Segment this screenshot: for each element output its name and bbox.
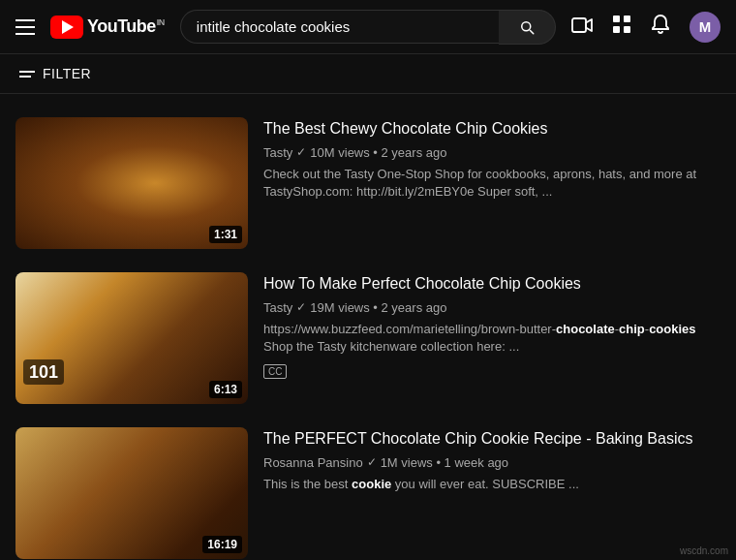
- header-left: YouTubeIN: [15, 16, 165, 39]
- result-description: https://www.buzzfeed.com/marietelling/br…: [263, 321, 721, 356]
- channel-line: Tasty✓10M views • 2 years ago: [263, 145, 721, 160]
- filter-bar: FILTER: [0, 54, 736, 94]
- result-description: This is the best cookie you will ever ea…: [263, 476, 721, 493]
- result-item[interactable]: 1016:13How To Make Perfect Chocolate Chi…: [15, 261, 721, 416]
- youtube-logo[interactable]: YouTubeIN: [50, 16, 165, 39]
- verified-check-icon: ✓: [296, 300, 306, 314]
- svg-rect-3: [613, 26, 620, 33]
- search-input[interactable]: [180, 10, 499, 44]
- grid-icon[interactable]: [612, 15, 631, 39]
- filter-icon: [19, 71, 35, 78]
- thumbnail-wrap[interactable]: 1016:13: [15, 272, 248, 404]
- yt-country-badge: IN: [157, 17, 165, 27]
- view-count: 1M views • 1 week ago: [381, 455, 508, 470]
- channel-name[interactable]: Tasty: [263, 145, 292, 160]
- yt-wordmark: YouTubeIN: [87, 16, 165, 37]
- thumbnail-wrap[interactable]: 16:19: [15, 427, 248, 559]
- yt-icon: [50, 16, 83, 39]
- video-camera-icon[interactable]: [571, 16, 593, 38]
- watermark: wscdn.com: [680, 545, 728, 556]
- cc-badge: CC: [263, 364, 287, 379]
- overlay-number: 101: [29, 363, 58, 381]
- channel-name[interactable]: Tasty: [263, 300, 292, 315]
- svg-rect-1: [613, 16, 620, 22]
- header-right: M: [571, 12, 721, 43]
- duration-badge: 6:13: [209, 381, 242, 398]
- thumbnail-wrap[interactable]: 1:31: [15, 117, 248, 249]
- svg-rect-2: [624, 16, 630, 22]
- channel-line: Rosanna Pansino✓1M views • 1 week ago: [263, 455, 721, 470]
- duration-badge: 1:31: [209, 226, 242, 243]
- svg-rect-0: [572, 18, 586, 32]
- duration-badge: 16:19: [202, 536, 242, 553]
- view-count: 10M views • 2 years ago: [310, 145, 446, 160]
- results-list: 1:31The Best Chewy Chocolate Chip Cookie…: [0, 94, 736, 560]
- result-info: The Best Chewy Chocolate Chip CookiesTas…: [263, 117, 721, 249]
- filter-lines-icon: [19, 71, 35, 78]
- result-title[interactable]: How To Make Perfect Chocolate Chip Cooki…: [263, 274, 721, 295]
- avatar[interactable]: M: [690, 12, 721, 43]
- hamburger-menu-button[interactable]: [15, 19, 35, 35]
- result-item[interactable]: 1:31The Best Chewy Chocolate Chip Cookie…: [15, 106, 721, 261]
- result-title[interactable]: The PERFECT Chocolate Chip Cookie Recipe…: [263, 429, 721, 450]
- verified-check-icon: ✓: [296, 145, 306, 159]
- view-count: 19M views • 2 years ago: [310, 300, 446, 315]
- result-title[interactable]: The Best Chewy Chocolate Chip Cookies: [263, 119, 721, 140]
- svg-rect-4: [624, 26, 630, 33]
- search-icon: [518, 18, 536, 36]
- header: YouTubeIN: [0, 0, 736, 54]
- yt-play-triangle: [62, 20, 74, 34]
- channel-name[interactable]: Rosanna Pansino: [263, 455, 363, 470]
- overlay-badge: 101: [23, 359, 64, 385]
- notification-bell-icon[interactable]: [651, 14, 670, 40]
- result-item[interactable]: 16:19The PERFECT Chocolate Chip Cookie R…: [15, 416, 721, 560]
- channel-line: Tasty✓19M views • 2 years ago: [263, 300, 721, 315]
- verified-check-icon: ✓: [367, 455, 377, 469]
- search-bar: [180, 10, 556, 45]
- result-info: How To Make Perfect Chocolate Chip Cooki…: [263, 272, 721, 404]
- result-info: The PERFECT Chocolate Chip Cookie Recipe…: [263, 427, 721, 559]
- result-description: Check out the Tasty One-Stop Shop for co…: [263, 166, 721, 201]
- search-button[interactable]: [499, 10, 556, 45]
- filter-label[interactable]: FILTER: [43, 66, 91, 81]
